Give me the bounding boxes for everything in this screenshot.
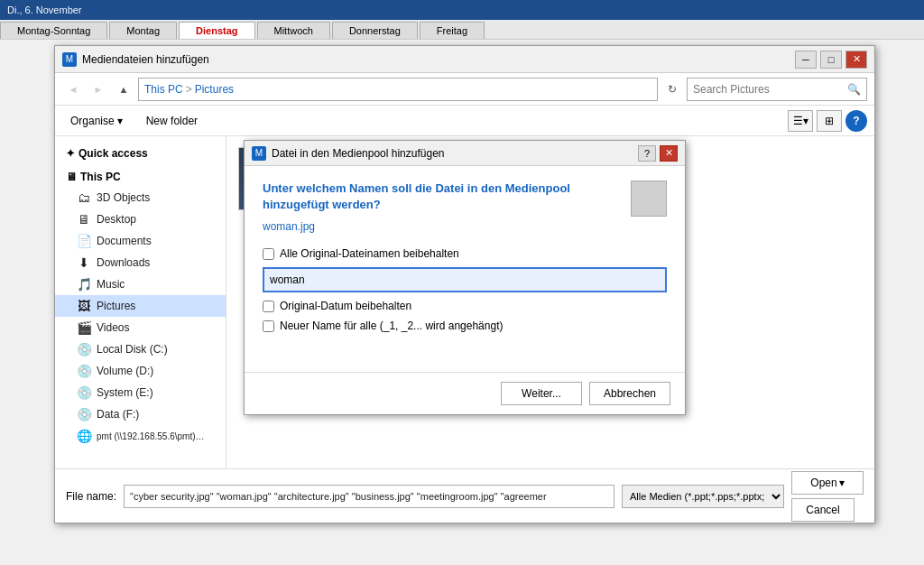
search-input[interactable] [693, 83, 844, 96]
search-icon: 🔍 [847, 83, 861, 96]
nav-bar: ◄ ► ▲ This PC > Pictures ↻ 🔍 [55, 73, 874, 106]
local-disk-icon: 💿 [77, 342, 91, 357]
sidebar-item-music[interactable]: 🎵 Music [55, 273, 226, 295]
sidebar-item-3dobjects[interactable]: 🗂 3D Objects [55, 187, 226, 208]
tab-montag[interactable]: Montag [109, 22, 177, 39]
this-pc-section: 🖥 This PC 🗂 3D Objects 🖥 Desktop 📄 Docum… [55, 167, 226, 447]
inner-filename: woman.jpg [263, 220, 586, 233]
network-icon: 🌐 [77, 429, 91, 443]
back-button[interactable]: ◄ [62, 79, 84, 100]
tab-donnerstag[interactable]: Donnerstag [332, 22, 418, 39]
crumb-pictures[interactable]: Pictures [195, 83, 234, 96]
star-icon: ✦ [66, 147, 75, 160]
forward-button[interactable]: ► [88, 79, 109, 100]
inner-close-button[interactable]: ✕ [660, 145, 678, 162]
abbrechen-button[interactable]: Abbrechen [589, 382, 670, 405]
sidebar: ✦ Quick access 🖥 This PC 🗂 3D Objects 🖥 … [55, 136, 226, 468]
sidebar-item-pmt[interactable]: 🌐 pmt (\\192.168.55.6\pmt) (X:) [55, 425, 226, 447]
calendar-header: Di., 6. November [0, 0, 924, 20]
calendar-header-text: Di., 6. November [7, 5, 82, 15]
music-icon: 🎵 [77, 277, 91, 292]
maximize-button[interactable]: □ [820, 51, 842, 69]
checkbox-newname-row: Neuer Name für alle (_1, _2... wird ange… [263, 320, 667, 332]
sidebar-item-documents[interactable]: 📄 Documents [55, 230, 226, 252]
checkbox-newname[interactable] [263, 320, 274, 332]
checkbox-newname-label: Neuer Name für alle (_1, _2... wird ange… [280, 320, 503, 332]
address-bar[interactable]: This PC > Pictures [138, 78, 658, 101]
checkbox-original-row: Alle Original-Dateinamen beibehalten [263, 247, 667, 260]
chevron-down-icon: ▾ [117, 115, 123, 127]
sidebar-item-videos[interactable]: 🎬 Videos [55, 317, 226, 338]
inner-footer: Weiter... Abbrechen [245, 372, 685, 414]
inner-title-left: M Datei in den Medienpool hinzufügen [252, 146, 444, 161]
help-button[interactable]: ? [845, 110, 867, 132]
open-dropdown-icon: ▾ [839, 477, 845, 489]
view-button[interactable]: ☰▾ [788, 110, 813, 132]
scroll-area[interactable] [631, 181, 667, 217]
quick-access-header[interactable]: ✦ Quick access [55, 144, 226, 163]
sidebar-item-local-disk[interactable]: 💿 Local Disk (C:) [55, 338, 226, 360]
volume-d-icon: 💿 [77, 364, 91, 378]
checkbox-original[interactable] [263, 248, 274, 260]
main-dialog-title-area: M Mediendateien hinzufügen [62, 52, 209, 67]
inner-content: Unter welchem Namen soll die Datei in de… [245, 166, 685, 372]
sidebar-item-downloads[interactable]: ⬇ Downloads [55, 252, 226, 273]
checkbox-original-label: Alle Original-Dateinamen beibehalten [280, 247, 459, 260]
checkbox-datum[interactable] [263, 301, 274, 312]
sidebar-item-system-e[interactable]: 💿 System (E:) [55, 382, 226, 403]
inner-controls: ? ✕ [638, 145, 678, 162]
toolbar: Organise ▾ New folder ☰▾ ⊞ ? [55, 106, 874, 136]
documents-icon: 📄 [77, 234, 91, 248]
data-f-icon: 💿 [77, 407, 91, 421]
up-button[interactable]: ▲ [113, 79, 134, 100]
pictures-icon: 🖼 [77, 299, 91, 313]
desktop-icon: 🖥 [77, 212, 91, 227]
main-dialog-title: Mediendateien hinzufügen [82, 53, 209, 66]
crumb-sep1: > [186, 83, 192, 96]
videos-icon: 🎬 [77, 320, 91, 335]
inner-dialog: M Datei in den Medienpool hinzufügen ? ✕… [244, 140, 686, 415]
refresh-button[interactable]: ↻ [661, 79, 683, 100]
view-button2[interactable]: ⊞ [817, 110, 842, 132]
tab-freitag[interactable]: Freitag [420, 22, 485, 39]
inner-dialog-icon: M [252, 146, 266, 161]
computer-icon: 🖥 [66, 171, 77, 183]
system-e-icon: 💿 [77, 385, 91, 400]
new-folder-button[interactable]: New folder [138, 110, 206, 132]
filename-input[interactable] [124, 485, 614, 508]
open-button[interactable]: Open ▾ [791, 471, 864, 495]
filetype-select[interactable]: Alle Medien (*.ppt;*.pps;*.pptx; [622, 485, 784, 508]
breadcrumb: This PC > Pictures [144, 83, 234, 96]
organise-button[interactable]: Organise ▾ [62, 110, 131, 132]
downloads-icon: ⬇ [77, 255, 91, 270]
inner-titlebar: M Datei in den Medienpool hinzufügen ? ✕ [245, 141, 685, 166]
toolbar-right: ☰▾ ⊞ ? [788, 110, 867, 132]
tab-dienstag[interactable]: Dienstag [179, 22, 254, 39]
checkbox-datum-label: Original-Datum beibehalten [280, 300, 411, 312]
calendar-tabs: Montag-Sonntag Montag Dienstag Mittwoch … [0, 20, 924, 40]
sidebar-item-pictures[interactable]: 🖼 Pictures [55, 295, 226, 317]
minimize-button[interactable]: ─ [795, 51, 817, 69]
3dobjects-icon: 🗂 [77, 190, 91, 205]
checkbox-datum-row: Original-Datum beibehalten [263, 300, 667, 312]
main-dialog-titlebar: M Mediendateien hinzufügen ─ □ ✕ [55, 46, 874, 73]
bottom-bar: File name: Alle Medien (*.ppt;*.pps;*.pp… [55, 468, 874, 523]
inner-question: Unter welchem Namen soll die Datei in de… [263, 181, 586, 213]
this-pc-header[interactable]: 🖥 This PC [55, 167, 226, 187]
sidebar-item-desktop[interactable]: 🖥 Desktop [55, 208, 226, 230]
weiter-button[interactable]: Weiter... [501, 382, 582, 405]
search-box[interactable]: 🔍 [687, 78, 867, 101]
close-button[interactable]: ✕ [845, 51, 867, 69]
crumb-thispc[interactable]: This PC [144, 83, 183, 96]
main-dialog-icon: M [62, 52, 77, 67]
inner-help-button[interactable]: ? [638, 145, 656, 162]
filename-label: File name: [66, 490, 116, 503]
titlebar-controls: ─ □ ✕ [795, 51, 867, 69]
tab-montag-sonntag[interactable]: Montag-Sonntag [0, 22, 107, 39]
sidebar-item-data-f[interactable]: 💿 Data (F:) [55, 403, 226, 425]
name-input[interactable] [263, 267, 667, 292]
cancel-button[interactable]: Cancel [791, 498, 855, 522]
sidebar-item-volume-d[interactable]: 💿 Volume (D:) [55, 360, 226, 382]
tab-mittwoch[interactable]: Mittwoch [257, 22, 330, 39]
inner-dialog-title: Datei in den Medienpool hinzufügen [272, 147, 444, 160]
